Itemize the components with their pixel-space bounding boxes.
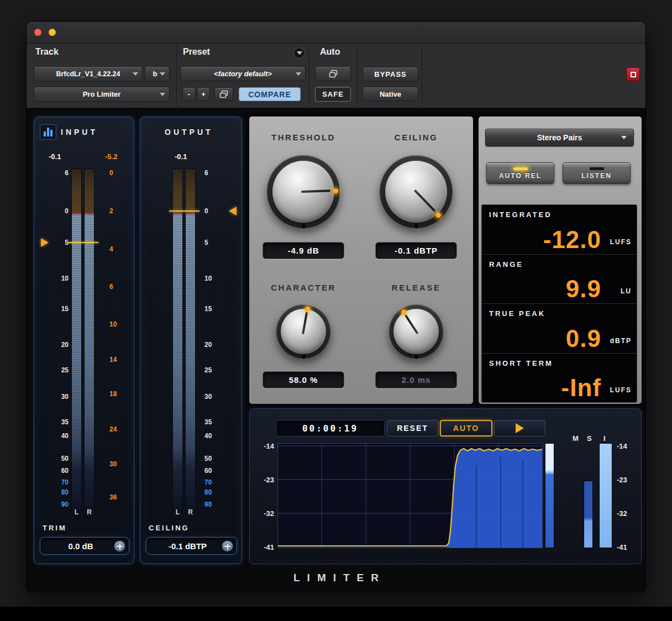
release-value-field[interactable]: 2.0 ms xyxy=(375,371,457,388)
desktop: Track BrfcdLr_V1_4.22.24 b Pro Limiter P… xyxy=(0,0,672,621)
knob-led xyxy=(333,188,338,193)
plugin-selector[interactable]: Pro Limiter xyxy=(34,87,170,102)
integrated-meter-bar xyxy=(599,443,612,548)
track-name-value: BrfcdLr_V1_4.22.24 xyxy=(56,70,120,78)
close-button[interactable] xyxy=(34,29,41,36)
native-label: Native xyxy=(380,90,401,98)
preset-selector[interactable]: <factory default> xyxy=(180,66,306,81)
scale-label: 4 xyxy=(109,245,129,253)
loudness-row-integrated: INTEGRATED-12.0LUFS xyxy=(482,205,637,255)
plugin-header-toolbar: Track BrfcdLr_V1_4.22.24 b Pro Limiter P… xyxy=(27,44,645,109)
knob-led xyxy=(435,212,442,219)
compare-button[interactable]: COMPARE xyxy=(239,87,301,101)
loudness-history-graph xyxy=(277,443,543,548)
trim-value-field[interactable]: 0.0 dB xyxy=(40,537,129,555)
automation-target-icon[interactable] xyxy=(222,540,233,552)
preset-previous-button[interactable]: - xyxy=(182,87,196,101)
automation-button[interactable] xyxy=(315,66,351,81)
preset-name-value: <factory default> xyxy=(214,70,272,78)
loudness-metric-unit: LUFS xyxy=(610,238,632,246)
ceiling-knob[interactable] xyxy=(380,155,453,228)
scale-label: 0 xyxy=(49,207,69,215)
input-meter-bar-left xyxy=(71,169,82,511)
scale-label: 25 xyxy=(204,366,221,374)
input-meter-bar-right xyxy=(84,169,95,511)
gain-reduction-scale: 0246101418243036 xyxy=(109,117,129,564)
character-value: 58.0 % xyxy=(289,375,318,385)
target-button[interactable] xyxy=(626,67,640,81)
play-button[interactable] xyxy=(494,420,545,436)
threshold-value: -4.9 dB xyxy=(287,246,319,255)
track-variant-selector[interactable]: b xyxy=(145,66,170,81)
scale-label: 5 xyxy=(204,239,221,246)
channel-label-right: R xyxy=(84,508,95,516)
native-format-button[interactable]: Native xyxy=(363,87,418,101)
listen-label: LISTEN xyxy=(563,172,630,180)
character-value-field[interactable]: 58.0 % xyxy=(262,371,344,388)
release-label: RELEASE xyxy=(362,283,470,292)
track-section-label: Track xyxy=(35,47,59,57)
ceiling-value-field[interactable]: -0.1 dBTP xyxy=(146,537,237,555)
loudness-metric-value: -12.0 xyxy=(543,228,601,252)
character-knob[interactable] xyxy=(276,304,330,359)
threshold-value-field[interactable]: -4.9 dB xyxy=(262,242,344,259)
scale-label: 2 xyxy=(109,207,129,215)
threshold-knob[interactable] xyxy=(267,155,340,228)
scale-label: 15 xyxy=(204,305,221,313)
plugin-footer-title: LIMITER xyxy=(27,572,645,584)
reset-button[interactable]: RESET xyxy=(387,420,438,436)
chevron-down-icon xyxy=(621,136,627,139)
release-value: 2.0 ms xyxy=(402,375,431,385)
scale-label: 35 xyxy=(204,418,221,426)
trim-label: TRIM xyxy=(43,524,67,532)
minimize-button[interactable] xyxy=(49,29,56,36)
scale-label: 80 xyxy=(204,488,221,496)
scale-label: 15 xyxy=(49,305,69,313)
scale-label: 6 xyxy=(49,169,69,177)
history-meter-label-m: M xyxy=(573,434,579,443)
loudness-row-true-peak: TRUE PEAK0.9dBTP xyxy=(482,304,637,354)
preset-menu-button[interactable] xyxy=(293,48,305,59)
knob-led xyxy=(305,306,310,312)
trim-value: 0.0 dB xyxy=(68,541,93,551)
knob-screw xyxy=(301,224,306,229)
scale-label: 10 xyxy=(109,320,129,328)
ceiling-marker-arrow[interactable] xyxy=(229,207,237,215)
scale-label: -14 xyxy=(617,442,639,450)
auto-history-label: AUTO xyxy=(453,424,479,433)
channel-mode-dropdown[interactable]: Stereo Pairs xyxy=(485,129,634,146)
copy-settings-button[interactable] xyxy=(214,87,233,101)
loudness-metric-label: RANGE xyxy=(489,260,523,269)
knob-screw xyxy=(301,354,306,359)
history-timer: 00:00:19 xyxy=(276,420,385,436)
listen-button[interactable]: LISTEN xyxy=(563,162,631,184)
automation-target-icon[interactable] xyxy=(114,540,125,552)
reset-label: RESET xyxy=(397,424,428,433)
auto-history-button[interactable]: AUTO xyxy=(440,420,492,436)
release-knob[interactable] xyxy=(389,304,443,359)
loudness-row-range: RANGE9.9LU xyxy=(482,255,637,304)
scale-label: 40 xyxy=(49,432,69,440)
target-icon xyxy=(631,72,636,77)
threshold-marker-arrow[interactable] xyxy=(41,238,49,247)
scale-label: 50 xyxy=(204,455,221,462)
scale-label: 70 xyxy=(204,478,221,486)
ceiling-knob-value-field[interactable]: -0.1 dBTP xyxy=(375,242,457,259)
track-variant-value: b xyxy=(153,70,158,78)
scale-label: 0 xyxy=(204,207,221,215)
safe-button[interactable]: SAFE xyxy=(315,87,351,102)
minus-label: - xyxy=(188,90,190,98)
scale-label: 18 xyxy=(109,390,129,398)
bypass-button[interactable]: BYPASS xyxy=(363,67,418,81)
loudness-metric-label: TRUE PEAK xyxy=(489,309,545,318)
auto-release-button[interactable]: AUTO REL xyxy=(486,162,554,184)
track-selector[interactable]: BrfcdLr_V1_4.22.24 xyxy=(34,66,143,81)
play-icon xyxy=(516,423,524,433)
scale-label: 0 xyxy=(109,169,129,177)
scale-label: 30 xyxy=(204,393,221,401)
scale-label: 35 xyxy=(49,418,69,426)
preset-next-button[interactable]: + xyxy=(197,87,210,101)
loudness-metric-unit: dBTP xyxy=(610,337,632,345)
knob-pointer xyxy=(301,190,330,193)
metering-panel: Stereo Pairs AUTO REL LISTEN INTEGRATED-… xyxy=(479,117,642,404)
